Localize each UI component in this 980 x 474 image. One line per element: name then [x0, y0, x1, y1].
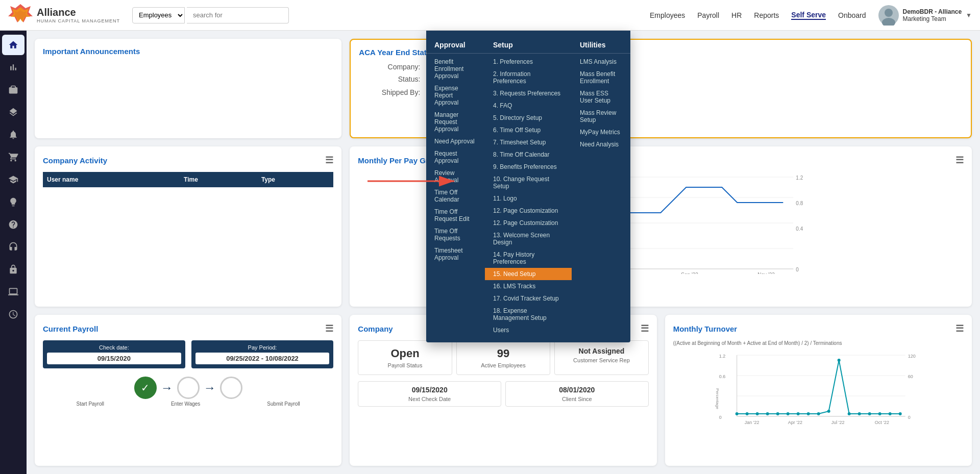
step-submit-label: Submit Payroll: [267, 401, 300, 407]
dropdown-utilities-header: Utilities: [572, 37, 630, 54]
dropdown-welcome-screen[interactable]: 13. Welcome Screen Design: [485, 229, 572, 248]
dropdown-directory-setup[interactable]: 5. Directory Setup: [485, 112, 572, 124]
sidebar-item-clock[interactable]: [2, 304, 24, 325]
chart-menu-icon[interactable]: ☰: [955, 155, 964, 166]
dropdown-expense-report[interactable]: Expense Report Approval: [426, 82, 485, 109]
dropdown-request-prefs[interactable]: 3. Requests Preferences: [485, 87, 572, 99]
dropdown-expense-mgmt[interactable]: 18. Expense Management Setup: [485, 305, 572, 324]
svg-text:Oct '22: Oct '22: [874, 420, 889, 425]
company-title: Company: [358, 325, 393, 333]
client-since-box: 08/01/2020 Client Since: [505, 381, 649, 407]
stat-csr[interactable]: Not Assigned Customer Service Rep: [554, 340, 648, 375]
svg-point-4: [882, 18, 895, 26]
search-area: Employees Payroll Reports: [132, 7, 289, 23]
payroll-card: Current Payroll ☰ Check date: 09/15/2020…: [35, 315, 341, 466]
nav-employees[interactable]: Employees: [650, 11, 685, 19]
sidebar-item-chart[interactable]: [2, 57, 24, 78]
dropdown-mass-review[interactable]: Mass Review Setup: [572, 107, 630, 126]
sidebar-item-lock[interactable]: [2, 259, 24, 280]
lock-icon: [8, 264, 18, 275]
svg-text:1.2: 1.2: [719, 354, 725, 359]
sidebar-item-home[interactable]: [2, 35, 24, 55]
payroll-menu-icon[interactable]: ☰: [325, 323, 333, 334]
home-icon: [8, 40, 18, 50]
dropdown-mass-ess[interactable]: Mass ESS User Setup: [572, 87, 630, 107]
pay-period-label: Pay Period:: [195, 344, 330, 351]
step-labels: Start Payroll Enter Wages Submit Payroll: [43, 401, 333, 407]
turnover-title: Monthly Turnover: [673, 325, 738, 333]
dropdown-time-off-requests[interactable]: Time Off Requests: [426, 225, 485, 244]
svg-point-55: [888, 412, 891, 415]
pay-period-value: 09/25/2022 - 10/08/2022: [195, 353, 330, 364]
dropdown-need-approval[interactable]: Need Approval: [426, 135, 485, 147]
dropdown-setup-header: Setup: [485, 37, 572, 54]
dropdown-request-approval[interactable]: Request Approval: [426, 147, 485, 167]
dropdown-time-off-request-edit[interactable]: Time Off Request Edit: [426, 206, 485, 225]
dropdown-preferences[interactable]: 1. Preferences: [485, 56, 572, 68]
svg-point-49: [827, 410, 830, 413]
user-area[interactable]: DemoBDR - Alliance Marketing Team ▼: [878, 5, 972, 26]
stat-payroll-status[interactable]: Open Payroll Status: [358, 340, 452, 375]
dropdown-faq[interactable]: 4. FAQ: [485, 99, 572, 112]
svg-text:120: 120: [908, 354, 915, 359]
dropdown-time-off-calendar[interactable]: Time Off Calendar: [426, 186, 485, 206]
dropdown-page-custom-1[interactable]: 12. Page Customization: [485, 205, 572, 217]
dropdown-approval-col: Approval Benefit Enrollment Approval Exp…: [426, 31, 485, 342]
sidebar-item-graduation[interactable]: [2, 169, 24, 190]
nav-hr[interactable]: HR: [731, 11, 742, 19]
sidebar-item-cart[interactable]: [2, 147, 24, 167]
sidebar-item-briefcase[interactable]: [2, 80, 24, 100]
turnover-subtitle: ((Active at Beginning of Month + Active …: [673, 340, 964, 346]
user-name: DemoBDR - Alliance: [903, 8, 962, 15]
dropdown-need-analysis[interactable]: Need Analysis: [572, 138, 630, 151]
payroll-steps: ✓ → →: [43, 377, 333, 399]
dropdown-time-off-setup[interactable]: 6. Time Off Setup: [485, 124, 572, 136]
dropdown-manager-request[interactable]: Manager Request Approval: [426, 109, 485, 135]
dropdown-mypay-metrics[interactable]: MyPay Metrics: [572, 126, 630, 138]
sidebar-item-monitor[interactable]: [2, 282, 24, 302]
svg-point-52: [857, 412, 861, 415]
dropdown-benefits-prefs[interactable]: 9. Benefits Preferences: [485, 161, 572, 173]
dropdown-benefit-enrollment[interactable]: Benefit Enrollment Approval: [426, 56, 485, 82]
logo-area: Alliance HUMAN CAPITAL MANAGEMENT: [8, 3, 120, 28]
search-input[interactable]: [187, 7, 289, 23]
dropdown-logo[interactable]: 11. Logo: [485, 192, 572, 205]
dropdown-info-prefs[interactable]: 2. Information Preferences: [485, 68, 572, 87]
sidebar-item-question[interactable]: [2, 214, 24, 235]
dropdown-timesheet-setup[interactable]: 7. Timesheet Setup: [485, 136, 572, 148]
turnover-menu-icon[interactable]: ☰: [955, 323, 964, 334]
dropdown-mass-benefit[interactable]: Mass Benefit Enrollment: [572, 68, 630, 87]
nav-self-serve[interactable]: Self Serve: [791, 11, 826, 20]
search-dropdown[interactable]: Employees Payroll Reports: [132, 7, 185, 23]
svg-point-53: [868, 412, 871, 415]
svg-point-42: [755, 412, 758, 415]
sidebar-item-headset[interactable]: [2, 237, 24, 257]
dropdown-users[interactable]: Users: [485, 324, 572, 336]
nav-reports[interactable]: Reports: [754, 11, 779, 19]
nav-payroll[interactable]: Payroll: [697, 11, 719, 19]
activity-header: Company Activity ☰: [43, 155, 333, 166]
sidebar-item-bell[interactable]: [2, 124, 24, 145]
dropdown-change-request-setup[interactable]: 10. Change Request Setup: [485, 173, 572, 192]
turnover-header: Monthly Turnover ☰: [673, 323, 964, 334]
dropdown-review-approval[interactable]: Review Approval: [426, 167, 485, 186]
dropdown-need-setup[interactable]: 15. Need Setup: [485, 268, 572, 280]
dropdown-time-off-cal-setup[interactable]: 8. Time Off Calendar: [485, 148, 572, 161]
sidebar-item-layers[interactable]: [2, 102, 24, 122]
stat-active-employees[interactable]: 99 Active Employees: [456, 340, 550, 375]
dropdown-pay-history-prefs[interactable]: 14. Pay History Preferences: [485, 248, 572, 268]
next-check-box: 09/15/2020 Next Check Date: [358, 381, 501, 407]
dropdown-covid-tracker[interactable]: 17. Covid Tracker Setup: [485, 292, 572, 305]
activity-menu-icon[interactable]: ☰: [325, 155, 333, 166]
turnover-card: Monthly Turnover ☰ ((Active at Beginning…: [665, 315, 972, 466]
dropdown-lms-tracks[interactable]: 16. LMS Tracks: [485, 280, 572, 292]
payroll-dates: Check date: 09/15/2020 Pay Period: 09/25…: [43, 340, 333, 368]
dropdown-lms-analysis[interactable]: LMS Analysis: [572, 56, 630, 68]
sidebar-item-bulb[interactable]: [2, 192, 24, 212]
dropdown-timesheet-approval[interactable]: Timesheet Approval: [426, 244, 485, 264]
dropdown-page-custom-2[interactable]: 12. Page Customization: [485, 217, 572, 229]
svg-text:Apr '22: Apr '22: [788, 420, 802, 425]
nav-onboard[interactable]: Onboard: [838, 11, 866, 19]
company-menu-icon[interactable]: ☰: [641, 323, 649, 334]
svg-text:0.6: 0.6: [719, 374, 725, 379]
